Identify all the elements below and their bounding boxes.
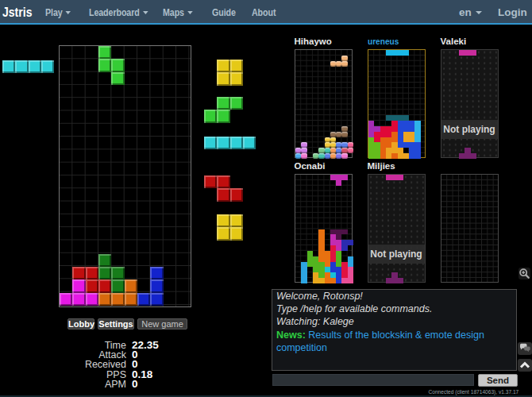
falling-block <box>98 59 111 72</box>
mini-stack-block <box>391 142 398 148</box>
ghost-block <box>336 234 341 240</box>
mini-stack-block <box>398 126 403 132</box>
nav-item-label: en <box>459 6 472 18</box>
mini-stack-block <box>330 153 336 159</box>
stat-label: APM <box>105 379 126 390</box>
mini-stack-block <box>301 272 307 278</box>
mini-stack-block <box>301 153 307 159</box>
chat-popout-button[interactable] <box>518 342 532 355</box>
queue-piece-O <box>204 60 256 98</box>
opponent-board-ureneus[interactable] <box>368 49 426 158</box>
mini-stack-block <box>330 256 336 262</box>
stack-block <box>72 293 86 306</box>
player-name-valeki: Valeki <box>441 37 467 46</box>
mini-stack-block <box>301 148 307 153</box>
stat-value: 0 <box>132 378 138 390</box>
mini-stack-block <box>398 121 403 126</box>
not-playing-overlay: Not playing <box>441 120 498 139</box>
mini-stack-block <box>374 153 380 159</box>
falling-block <box>111 72 125 85</box>
mini-stack-block <box>380 126 386 132</box>
stack-block <box>111 293 125 306</box>
brand-logo[interactable]: Jstris <box>2 5 32 20</box>
mini-stack-block <box>341 267 348 272</box>
mini-stack-block <box>380 148 386 153</box>
chat-input[interactable] <box>272 374 474 386</box>
mini-stack-block <box>341 278 348 283</box>
mini-stack-block <box>336 267 341 272</box>
mini-stack-block <box>325 256 330 262</box>
mini-stack-block <box>414 148 421 153</box>
mini-stack-block <box>330 142 336 148</box>
mini-stack-block <box>403 126 409 132</box>
mini-stack-block <box>307 251 313 256</box>
nav-item-about[interactable]: About <box>252 6 276 18</box>
opponent-board-valeki[interactable]: Not playing <box>441 49 499 158</box>
collapse-chat-button[interactable] <box>518 359 532 372</box>
nav-item-login[interactable]: Login <box>498 6 527 18</box>
player-name-ureneus: ureneus <box>368 37 399 46</box>
nav-item-label: Leaderboard <box>89 6 140 18</box>
queue-block <box>230 97 243 110</box>
mini-stack-block <box>368 121 374 126</box>
mini-falling-block <box>471 50 476 56</box>
mini-stack-block <box>313 267 318 272</box>
nav-item-maps[interactable]: Maps <box>163 6 193 18</box>
queue-block <box>217 227 230 241</box>
mini-stack-block <box>368 126 374 132</box>
queue-piece-S <box>204 97 256 136</box>
mini-falling-block <box>341 61 348 67</box>
mini-stack-block <box>398 142 403 148</box>
mini-stack-block <box>409 121 414 126</box>
zoom-boards-icon[interactable] <box>519 268 530 279</box>
settings-button[interactable]: Settings <box>98 318 134 330</box>
mini-stack-block <box>325 153 330 159</box>
stack-block <box>86 267 98 279</box>
mini-falling-block <box>391 50 398 56</box>
mini-stack-block <box>325 142 330 148</box>
mini-stack-block <box>313 256 318 262</box>
nav-item-leaderboard[interactable]: Leaderboard <box>89 6 148 18</box>
mini-falling-block <box>336 61 341 67</box>
falling-block <box>111 59 125 72</box>
caret-down-icon <box>187 11 193 14</box>
mini-stack-block <box>330 137 336 142</box>
mini-stack-block <box>313 153 318 159</box>
nav-item-language[interactable]: en <box>459 6 482 18</box>
stack-block <box>125 279 137 293</box>
news-label: News: <box>276 330 306 341</box>
stack-block <box>86 293 98 306</box>
queue-block <box>217 60 230 72</box>
mini-stack-block <box>348 148 353 153</box>
caret-down-icon <box>143 11 148 14</box>
mini-stack-block <box>414 153 421 159</box>
nav-item-play[interactable]: Play <box>45 6 71 18</box>
lobby-button[interactable]: Lobby <box>67 318 94 330</box>
mini-stack-block <box>391 132 398 137</box>
mini-stack-block <box>374 126 380 132</box>
queue-block <box>230 214 243 227</box>
ghost-block <box>398 115 403 121</box>
mini-stack-block <box>403 121 409 126</box>
mini-stack-block <box>391 153 398 159</box>
mini-stack-block <box>374 132 380 137</box>
opponent-board-empty[interactable] <box>441 174 499 283</box>
chat-log[interactable]: Welcome, Rotonsp! Type /help for availab… <box>272 289 517 371</box>
mini-stack-block <box>409 153 414 159</box>
stack-block <box>72 279 86 293</box>
nav-item-guide[interactable]: Guide <box>212 6 236 18</box>
send-button[interactable]: Send <box>478 374 518 387</box>
mini-stack-block <box>414 121 421 126</box>
stack-block <box>150 293 164 306</box>
mini-stack-block <box>336 251 341 256</box>
mini-stack-block <box>330 240 336 245</box>
opponent-board-hihaywo[interactable] <box>295 49 353 158</box>
mini-falling-block <box>336 175 341 180</box>
stack-block <box>98 254 111 267</box>
mini-stack-block <box>409 142 414 148</box>
opponent-board-ocnabi[interactable] <box>295 174 353 283</box>
opponent-board-miljies[interactable]: Not playing <box>368 174 426 283</box>
news-link[interactable]: Results of the blockskin & emote design … <box>276 330 484 353</box>
new-game-button[interactable]: New game <box>137 318 187 330</box>
mini-falling-block <box>386 175 391 180</box>
